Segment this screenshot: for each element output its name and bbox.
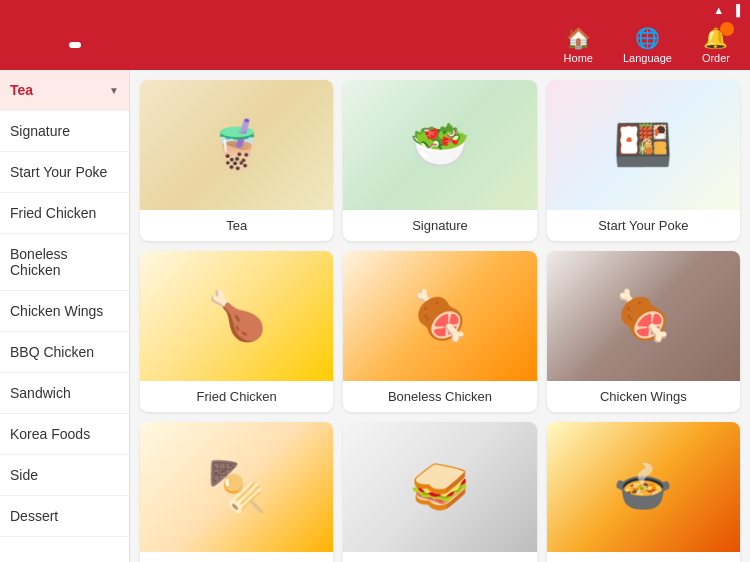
dropdown-arrow-icon: ▼ xyxy=(109,85,119,96)
food-emoji-fried-chicken: 🍗 xyxy=(140,251,333,381)
sidebar-item-signature[interactable]: Signature xyxy=(0,111,129,152)
sidebar-label-signature: Signature xyxy=(10,123,70,139)
sidebar-item-sandwich[interactable]: Sandwich xyxy=(0,373,129,414)
sidebar-label-start-your-poke: Start Your Poke xyxy=(10,164,107,180)
nav-home[interactable]: 🏠 Home xyxy=(564,26,593,64)
menu-label-start-your-poke: Start Your Poke xyxy=(547,210,740,241)
menu-card-bbq-chicken[interactable]: 🍢BBQ Chicken xyxy=(140,422,333,562)
battery-icon: ▐ xyxy=(732,4,740,16)
sidebar-label-fried-chicken: Fried Chicken xyxy=(10,205,96,221)
menu-image-fried-chicken: 🍗 xyxy=(140,251,333,381)
logo-box xyxy=(69,42,81,48)
sidebar-label-tea: Tea xyxy=(10,82,33,98)
menu-image-boneless-chicken: 🍖 xyxy=(343,251,536,381)
menu-label-signature: Signature xyxy=(343,210,536,241)
sidebar-label-boneless-chicken: Boneless Chicken xyxy=(10,246,119,278)
food-emoji-chicken-wings: 🍖 xyxy=(547,251,740,381)
nav-language[interactable]: 🌐 Language xyxy=(623,26,672,64)
food-emoji-boneless-chicken: 🍖 xyxy=(343,251,536,381)
menu-label-korea-foods: Korea Foods xyxy=(547,552,740,562)
nav-order-label: Order xyxy=(702,52,730,64)
sidebar-label-dessert: Dessert xyxy=(10,508,58,524)
wifi-icon: ▲ xyxy=(713,4,724,16)
menu-card-tea[interactable]: 🧋Tea xyxy=(140,80,333,241)
sidebar-item-dessert[interactable]: Dessert xyxy=(0,496,129,537)
menu-label-sandwich: Sandwich xyxy=(343,552,536,562)
header: 🏠 Home 🌐 Language 🔔 Order xyxy=(0,20,750,70)
food-emoji-sandwich: 🥪 xyxy=(343,422,536,552)
sidebar-label-sandwich: Sandwich xyxy=(10,385,71,401)
sidebar-item-boneless-chicken[interactable]: Boneless Chicken xyxy=(0,234,129,291)
content-area: 🧋Tea🥗Signature🍱Start Your Poke🍗Fried Chi… xyxy=(130,70,750,562)
menu-card-boneless-chicken[interactable]: 🍖Boneless Chicken xyxy=(343,251,536,412)
food-emoji-start-your-poke: 🍱 xyxy=(547,80,740,210)
sidebar-item-side[interactable]: Side xyxy=(0,455,129,496)
nav-home-label: Home xyxy=(564,52,593,64)
menu-image-korea-foods: 🍲 xyxy=(547,422,740,552)
menu-label-chicken-wings: Chicken Wings xyxy=(547,381,740,412)
menu-grid: 🧋Tea🥗Signature🍱Start Your Poke🍗Fried Chi… xyxy=(140,80,740,562)
sidebar-item-fried-chicken[interactable]: Fried Chicken xyxy=(0,193,129,234)
header-nav: 🏠 Home 🌐 Language 🔔 Order xyxy=(140,26,740,64)
sidebar-item-start-your-poke[interactable]: Start Your Poke xyxy=(0,152,129,193)
menu-image-tea: 🧋 xyxy=(140,80,333,210)
food-emoji-tea: 🧋 xyxy=(140,80,333,210)
nav-language-label: Language xyxy=(623,52,672,64)
home-icon: 🏠 xyxy=(566,26,591,50)
language-icon: 🌐 xyxy=(635,26,660,50)
menu-image-chicken-wings: 🍖 xyxy=(547,251,740,381)
menu-card-fried-chicken[interactable]: 🍗Fried Chicken xyxy=(140,251,333,412)
menu-image-sandwich: 🥪 xyxy=(343,422,536,552)
menu-card-signature[interactable]: 🥗Signature xyxy=(343,80,536,241)
sidebar-label-bbq-chicken: BBQ Chicken xyxy=(10,344,94,360)
menu-card-start-your-poke[interactable]: 🍱Start Your Poke xyxy=(547,80,740,241)
menu-card-sandwich[interactable]: 🥪Sandwich xyxy=(343,422,536,562)
order-badge xyxy=(720,22,734,36)
menu-image-signature: 🥗 xyxy=(343,80,536,210)
logo-area xyxy=(10,42,140,48)
menu-label-boneless-chicken: Boneless Chicken xyxy=(343,381,536,412)
nav-order[interactable]: 🔔 Order xyxy=(702,26,730,64)
food-emoji-korea-foods: 🍲 xyxy=(547,422,740,552)
sidebar-item-chicken-wings[interactable]: Chicken Wings xyxy=(0,291,129,332)
sidebar-item-tea[interactable]: Tea▼ xyxy=(0,70,129,111)
food-emoji-bbq-chicken: 🍢 xyxy=(140,422,333,552)
menu-image-bbq-chicken: 🍢 xyxy=(140,422,333,552)
order-icon-wrapper: 🔔 xyxy=(703,26,728,50)
food-emoji-signature: 🥗 xyxy=(343,80,536,210)
sidebar-label-chicken-wings: Chicken Wings xyxy=(10,303,103,319)
status-bar: ▲ ▐ xyxy=(0,0,750,20)
main-container: Tea▼SignatureStart Your PokeFried Chicke… xyxy=(0,70,750,562)
menu-label-bbq-chicken: BBQ Chicken xyxy=(140,552,333,562)
menu-card-korea-foods[interactable]: 🍲Korea Foods xyxy=(547,422,740,562)
status-bar-right: ▲ ▐ xyxy=(713,4,740,16)
menu-image-start-your-poke: 🍱 xyxy=(547,80,740,210)
sidebar-item-korea-foods[interactable]: Korea Foods xyxy=(0,414,129,455)
menu-label-fried-chicken: Fried Chicken xyxy=(140,381,333,412)
sidebar-label-korea-foods: Korea Foods xyxy=(10,426,90,442)
sidebar-label-side: Side xyxy=(10,467,38,483)
menu-card-chicken-wings[interactable]: 🍖Chicken Wings xyxy=(547,251,740,412)
menu-label-tea: Tea xyxy=(140,210,333,241)
sidebar: Tea▼SignatureStart Your PokeFried Chicke… xyxy=(0,70,130,562)
sidebar-item-bbq-chicken[interactable]: BBQ Chicken xyxy=(0,332,129,373)
